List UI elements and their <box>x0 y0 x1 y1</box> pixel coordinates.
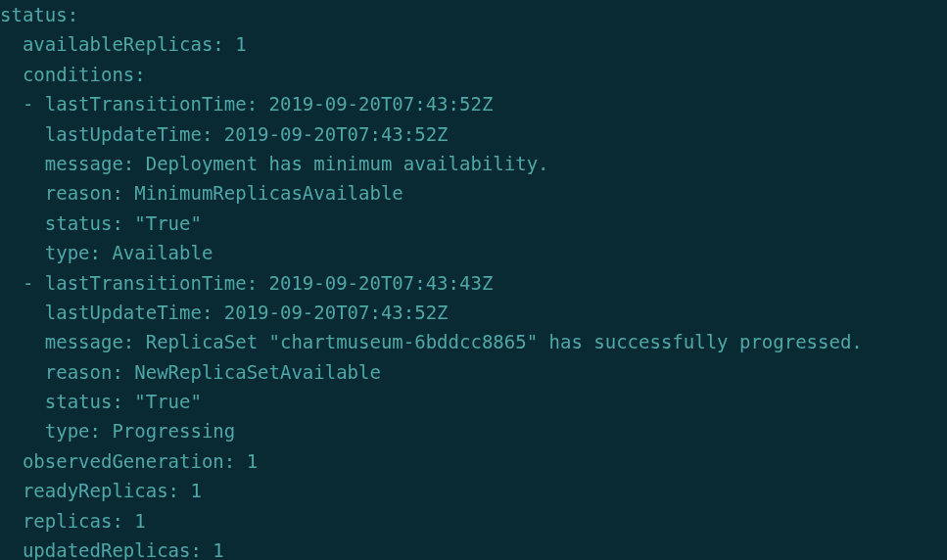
yaml-line-cond2-message: message: ReplicaSet "chartmuseum-6bddcc8… <box>0 327 947 356</box>
yaml-line-cond1-reason: reason: MinimumReplicasAvailable <box>0 178 947 208</box>
yaml-line-cond2-type: type: Progressing <box>0 416 947 445</box>
yaml-line-conditions: conditions: <box>0 60 947 89</box>
yaml-line-cond1-type: type: Available <box>0 238 947 267</box>
yaml-line-cond1-transition: - lastTransitionTime: 2019-09-20T07:43:5… <box>0 89 947 118</box>
yaml-line-available-replicas: availableReplicas: 1 <box>0 29 947 59</box>
yaml-line-ready-replicas: readyReplicas: 1 <box>0 476 947 505</box>
yaml-line-cond1-message: message: Deployment has minimum availabi… <box>0 149 947 178</box>
yaml-line-replicas: replicas: 1 <box>0 506 947 536</box>
yaml-line-updated-replicas: updatedReplicas: 1 <box>0 536 947 560</box>
yaml-line-cond2-status: status: "True" <box>0 387 947 416</box>
yaml-line-cond2-transition: - lastTransitionTime: 2019-09-20T07:43:4… <box>0 268 947 298</box>
terminal-output: status: availableReplicas: 1 conditions:… <box>0 0 947 560</box>
yaml-line-observed-generation: observedGeneration: 1 <box>0 446 947 476</box>
yaml-line-cond2-reason: reason: NewReplicaSetAvailable <box>0 357 947 387</box>
yaml-line-cond1-status: status: "True" <box>0 209 947 238</box>
yaml-line-cond1-update: lastUpdateTime: 2019-09-20T07:43:52Z <box>0 119 947 149</box>
yaml-line-status: status: <box>0 0 947 29</box>
yaml-line-cond2-update: lastUpdateTime: 2019-09-20T07:43:52Z <box>0 298 947 327</box>
